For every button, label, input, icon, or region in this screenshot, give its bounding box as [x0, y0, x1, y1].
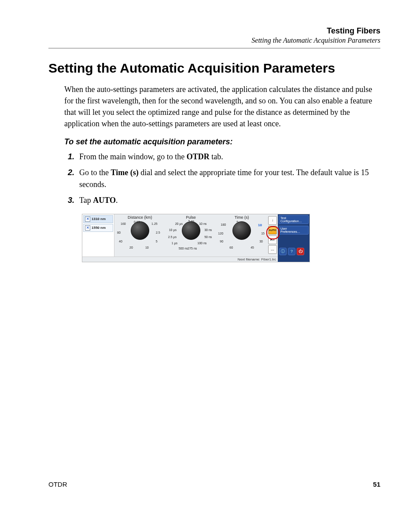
- distance-tick: 5: [156, 240, 158, 243]
- distance-tick: 2.5: [156, 231, 160, 234]
- distance-tick: 0.63: [134, 220, 140, 224]
- distance-tick: 40: [119, 240, 122, 243]
- help-icon: ?: [291, 249, 293, 253]
- time-tick-selected: 10: [258, 223, 262, 227]
- menu-panel: Test Configuration… User Preferences… ⓘ …: [278, 214, 309, 257]
- dropdown-arrow-button[interactable]: ↓: [268, 216, 277, 225]
- more-button[interactable]: …: [268, 245, 277, 254]
- side-button-column: ↓ AUTO RT …: [267, 214, 278, 257]
- help-button[interactable]: ?: [288, 248, 295, 255]
- distance-tick: 20: [129, 246, 133, 249]
- pulse-tick: 10 ns: [199, 222, 206, 225]
- time-tick: 45: [251, 246, 254, 249]
- otdr-screenshot: ✕ 1310 nm ✕ 1550 nm Distance (km) 0.63 1…: [82, 214, 310, 262]
- dials-area: Distance (km) 0.63 1.25 2.5 5 10 20 40 8…: [114, 214, 267, 257]
- time-dial-title: Time (s): [216, 215, 267, 220]
- step-1-text-pre: From the main window, go to the: [79, 152, 187, 161]
- auto-button[interactable]: AUTO: [268, 226, 277, 235]
- time-tick: 5: [236, 220, 238, 224]
- pulse-tick: 10 µs: [169, 228, 177, 231]
- distance-tick: 80: [117, 231, 121, 234]
- pulse-tick: 100 ns: [197, 242, 206, 245]
- footer-page-number: 51: [373, 481, 380, 488]
- step-2-bold: Time (s): [111, 168, 139, 177]
- page-footer: OTDR 51: [48, 481, 380, 488]
- header-rule: [48, 48, 380, 48]
- header-section-subtitle: Setting the Automatic Acquisition Parame…: [48, 37, 380, 44]
- close-icon[interactable]: ✕: [85, 225, 90, 231]
- distance-tick: 10: [145, 246, 149, 249]
- section-heading: Setting the Automatic Acquisition Parame…: [48, 61, 380, 76]
- step-2-text-pre: Go to the: [79, 168, 111, 177]
- step-2: Go to the Time (s) dial and select the a…: [77, 167, 380, 190]
- pulse-knob[interactable]: [182, 221, 200, 240]
- info-icon: ⓘ: [281, 249, 285, 254]
- footer-product-name: OTDR: [48, 481, 67, 488]
- pulse-dial[interactable]: Pulse 5 ns 10 ns 30 ns 50 ns 100 ns 275 …: [166, 214, 217, 257]
- step-1-text-post: tab.: [210, 152, 223, 161]
- power-icon: ⏻: [298, 249, 302, 253]
- status-bar: Next filename: Fiber1.trc: [82, 257, 278, 262]
- pulse-tick: 20 µs: [175, 222, 183, 225]
- step-3: Tap AUTO.: [77, 194, 380, 206]
- steps-list: From the main window, go to the OTDR tab…: [64, 151, 380, 205]
- step-3-text-post: .: [116, 196, 118, 205]
- info-button[interactable]: ⓘ: [279, 248, 287, 255]
- step-3-text-pre: Tap: [79, 196, 93, 205]
- wavelength-panel: ✕ 1310 nm ✕ 1550 nm: [82, 214, 114, 257]
- step-1-bold: OTDR: [187, 152, 210, 161]
- wavelength-label: 1550 nm: [92, 226, 106, 230]
- instructions-heading: To set the automatic acquisition paramet…: [64, 137, 380, 147]
- wavelength-item-1310[interactable]: ✕ 1310 nm: [83, 215, 113, 223]
- time-tick: 120: [218, 232, 223, 235]
- distance-knob[interactable]: [131, 221, 149, 240]
- close-icon[interactable]: ✕: [85, 216, 90, 222]
- pulse-tick: 275 ns: [188, 247, 197, 250]
- time-knob[interactable]: [232, 221, 251, 240]
- time-tick: 90: [220, 240, 223, 243]
- pulse-dial-title: Pulse: [166, 215, 217, 220]
- pulse-tick: 5 ns: [188, 220, 194, 223]
- distance-tick: 1.25: [151, 222, 158, 225]
- power-button[interactable]: ⏻: [297, 248, 304, 255]
- wavelength-item-1550[interactable]: ✕ 1550 nm: [83, 224, 113, 232]
- time-tick: 15: [261, 232, 265, 235]
- pulse-tick: 30 ns: [204, 228, 212, 231]
- step-3-bold: AUTO: [93, 196, 116, 205]
- pulse-tick: 1 µs: [172, 242, 177, 245]
- time-tick: 180: [221, 223, 226, 226]
- intro-paragraph: When the auto-settings parameters are ac…: [64, 84, 380, 129]
- pulse-tick: 2.5 µs: [168, 235, 177, 238]
- time-dial[interactable]: Time (s) 5 10 15 30 45 60 90 120 180: [216, 214, 267, 257]
- rt-button[interactable]: RT: [268, 235, 277, 244]
- arrow-down-icon: ↓: [272, 218, 273, 222]
- wavelength-label: 1310 nm: [92, 217, 106, 221]
- time-tick: 30: [259, 240, 263, 243]
- pulse-tick: 500 ns: [179, 247, 188, 250]
- distance-tick: 160: [121, 222, 126, 225]
- pulse-tick: 50 ns: [204, 235, 212, 238]
- step-1: From the main window, go to the OTDR tab…: [77, 151, 380, 162]
- distance-dial[interactable]: Distance (km) 0.63 1.25 2.5 5 10 20 40 8…: [114, 214, 166, 257]
- test-configuration-button[interactable]: Test Configuration…: [279, 215, 309, 224]
- header-chapter-title: Testing Fibers: [48, 26, 380, 36]
- user-preferences-button[interactable]: User Preferences…: [279, 226, 309, 235]
- time-tick: 60: [229, 246, 233, 249]
- distance-dial-title: Distance (km): [114, 215, 166, 220]
